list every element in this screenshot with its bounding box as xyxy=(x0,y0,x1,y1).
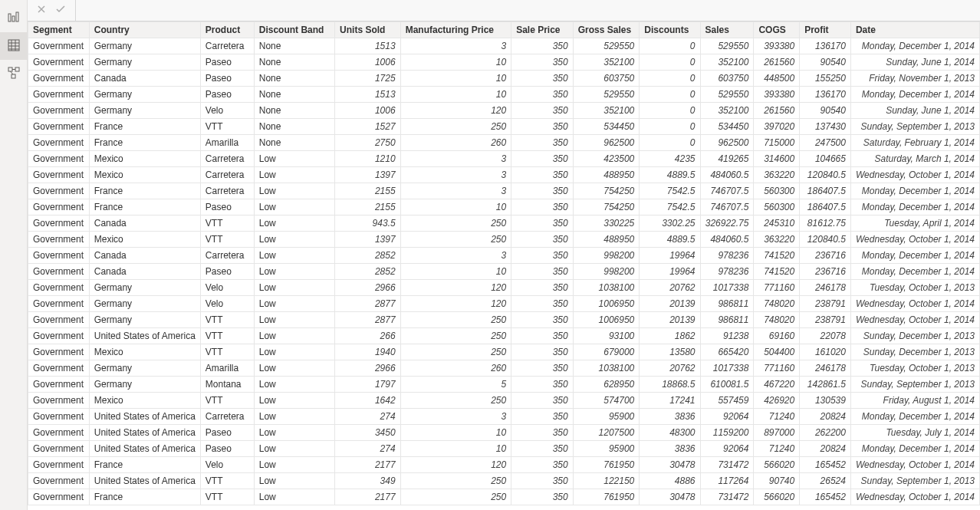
cell-discounts[interactable]: 20762 xyxy=(640,360,700,377)
cell-date[interactable]: Saturday, March 1, 2014 xyxy=(850,151,979,167)
cell-date[interactable]: Monday, December 1, 2014 xyxy=(850,87,979,103)
cell-product[interactable]: Velo xyxy=(200,103,254,119)
cell-mfg-price[interactable]: 3 xyxy=(400,248,511,264)
cell-country[interactable]: United States of America xyxy=(89,473,200,489)
cell-discounts[interactable]: 3836 xyxy=(640,441,700,457)
formula-input[interactable] xyxy=(76,0,980,21)
cell-segment[interactable]: Government xyxy=(28,441,90,457)
cell-sales[interactable]: 352100 xyxy=(700,103,754,119)
cell-sales[interactable]: 610081.5 xyxy=(700,377,754,393)
cell-date[interactable]: Sunday, September 1, 2013 xyxy=(850,119,979,135)
cell-mfg-price[interactable]: 5 xyxy=(400,377,511,393)
cell-sale-price[interactable]: 350 xyxy=(511,393,574,409)
cell-segment[interactable]: Government xyxy=(28,183,90,199)
cell-country[interactable]: Germany xyxy=(89,312,200,328)
table-row[interactable]: GovernmentUnited States of AmericaCarret… xyxy=(28,409,980,425)
cell-profit[interactable]: 236716 xyxy=(800,248,851,264)
cell-cogs[interactable]: 90740 xyxy=(754,473,800,489)
cell-profit[interactable]: 246178 xyxy=(800,360,851,377)
cell-discounts[interactable]: 19964 xyxy=(640,264,700,280)
table-row[interactable]: GovernmentCanadaPaseoNone172510350603750… xyxy=(28,71,980,87)
cell-country[interactable]: Germany xyxy=(89,103,200,119)
table-row[interactable]: GovernmentFranceAmarillaNone275026035096… xyxy=(28,135,980,151)
cell-units-sold[interactable]: 2177 xyxy=(335,489,401,505)
cell-profit[interactable]: 161020 xyxy=(800,344,851,360)
table-row[interactable]: GovernmentCanadaVTTLow943.52503503302253… xyxy=(28,216,980,232)
table-row[interactable]: GovernmentCanadaCarreteraLow285233509982… xyxy=(28,248,980,264)
cell-sale-price[interactable]: 350 xyxy=(511,457,574,473)
cell-sales[interactable]: 419265 xyxy=(700,151,754,167)
cell-country[interactable]: Canada xyxy=(89,264,200,280)
cell-discount-band[interactable]: Low xyxy=(254,280,334,296)
cell-gross-sales[interactable]: 352100 xyxy=(573,103,640,119)
cell-date[interactable]: Tuesday, April 1, 2014 xyxy=(850,216,979,232)
table-row[interactable]: GovernmentCanadaPaseoLow2852103509982001… xyxy=(28,264,980,280)
cell-sale-price[interactable]: 350 xyxy=(511,328,574,344)
cell-gross-sales[interactable]: 1038100 xyxy=(573,360,640,377)
cell-gross-sales[interactable]: 95900 xyxy=(573,409,640,425)
cell-discounts[interactable]: 0 xyxy=(640,135,700,151)
cell-country[interactable]: Canada xyxy=(89,216,200,232)
cell-cogs[interactable]: 771160 xyxy=(754,280,800,296)
column-header-sale-price[interactable]: Sale Price xyxy=(511,22,574,38)
cell-date[interactable]: Sunday, September 1, 2013 xyxy=(850,473,979,489)
cell-discount-band[interactable]: Low xyxy=(254,199,334,216)
cell-mfg-price[interactable]: 120 xyxy=(400,280,511,296)
cell-product[interactable]: VTT xyxy=(200,489,254,505)
cell-sale-price[interactable]: 350 xyxy=(511,441,574,457)
cell-discount-band[interactable]: Low xyxy=(254,425,334,441)
cell-sale-price[interactable]: 350 xyxy=(511,38,574,54)
table-row[interactable]: GovernmentUnited States of AmericaVTTLow… xyxy=(28,328,980,344)
cell-units-sold[interactable]: 1725 xyxy=(335,71,401,87)
cell-discounts[interactable]: 4889.5 xyxy=(640,232,700,248)
cell-country[interactable]: Germany xyxy=(89,377,200,393)
cell-gross-sales[interactable]: 488950 xyxy=(573,167,640,183)
cell-date[interactable]: Monday, December 1, 2014 xyxy=(850,441,979,457)
cell-discounts[interactable]: 7542.5 xyxy=(640,183,700,199)
column-header-mfg-price[interactable]: Manufacturing Price xyxy=(400,22,511,38)
cell-units-sold[interactable]: 2155 xyxy=(335,183,401,199)
cell-sale-price[interactable]: 350 xyxy=(511,119,574,135)
cell-product[interactable]: Montana xyxy=(200,377,254,393)
cell-segment[interactable]: Government xyxy=(28,232,90,248)
cell-discount-band[interactable]: None xyxy=(254,71,334,87)
cell-discounts[interactable]: 30478 xyxy=(640,489,700,505)
cell-cogs[interactable]: 397020 xyxy=(754,119,800,135)
column-header-sales[interactable]: Sales xyxy=(700,22,754,38)
cell-gross-sales[interactable]: 488950 xyxy=(573,232,640,248)
cell-segment[interactable]: Government xyxy=(28,409,90,425)
cell-cogs[interactable]: 467220 xyxy=(754,377,800,393)
cell-discounts[interactable]: 3836 xyxy=(640,409,700,425)
cell-country[interactable]: France xyxy=(89,119,200,135)
cell-mfg-price[interactable]: 250 xyxy=(400,344,511,360)
cell-gross-sales[interactable]: 998200 xyxy=(573,248,640,264)
cell-units-sold[interactable]: 2877 xyxy=(335,296,401,312)
cell-units-sold[interactable]: 2750 xyxy=(335,135,401,151)
cell-sale-price[interactable]: 350 xyxy=(511,216,574,232)
cell-mfg-price[interactable]: 10 xyxy=(400,441,511,457)
cell-date[interactable]: Monday, December 1, 2014 xyxy=(850,264,979,280)
cell-sales[interactable]: 352100 xyxy=(700,54,754,71)
cell-sales[interactable]: 978236 xyxy=(700,264,754,280)
cell-sale-price[interactable]: 350 xyxy=(511,151,574,167)
commit-icon[interactable] xyxy=(55,5,66,16)
cell-profit[interactable]: 247500 xyxy=(800,135,851,151)
cell-mfg-price[interactable]: 260 xyxy=(400,360,511,377)
cell-units-sold[interactable]: 2966 xyxy=(335,280,401,296)
cell-discount-band[interactable]: Low xyxy=(254,183,334,199)
cell-mfg-price[interactable]: 3 xyxy=(400,38,511,54)
cell-date[interactable]: Sunday, June 1, 2014 xyxy=(850,54,979,71)
cell-segment[interactable]: Government xyxy=(28,425,90,441)
cell-gross-sales[interactable]: 352100 xyxy=(573,54,640,71)
cell-profit[interactable]: 22078 xyxy=(800,328,851,344)
cell-sale-price[interactable]: 350 xyxy=(511,264,574,280)
cell-gross-sales[interactable]: 423500 xyxy=(573,151,640,167)
cell-product[interactable]: VTT xyxy=(200,328,254,344)
cell-date[interactable]: Wednesday, October 1, 2014 xyxy=(850,296,979,312)
cell-country[interactable]: United States of America xyxy=(89,409,200,425)
data-grid-scroll[interactable]: SegmentCountryProductDiscount BandUnits … xyxy=(28,21,980,510)
cell-profit[interactable]: 120840.5 xyxy=(800,167,851,183)
table-row[interactable]: GovernmentGermanyPaseoNone10061035035210… xyxy=(28,54,980,71)
column-header-units-sold[interactable]: Units Sold xyxy=(335,22,401,38)
cell-sales[interactable]: 529550 xyxy=(700,38,754,54)
